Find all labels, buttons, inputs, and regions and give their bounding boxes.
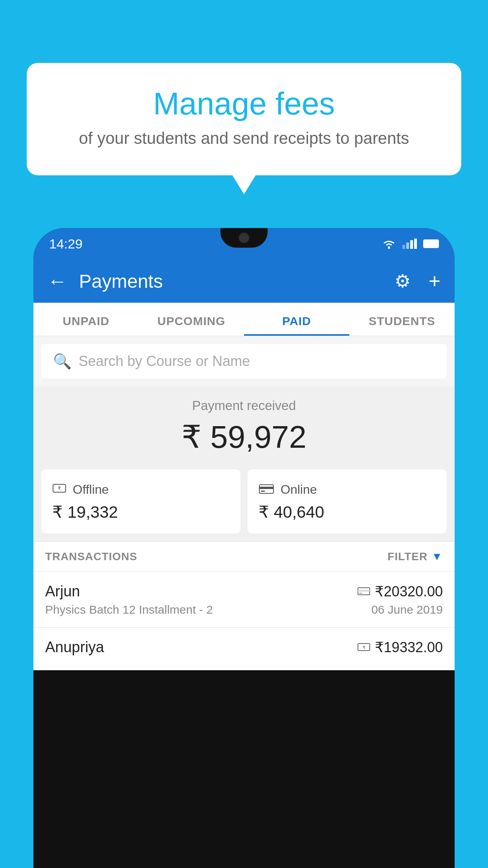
status-time: 14:29 bbox=[49, 236, 83, 252]
rupee-note-icon: ₹ bbox=[52, 482, 66, 494]
payment-received-section: Payment received ₹ 59,972 bbox=[33, 386, 455, 469]
svg-rect-5 bbox=[261, 491, 265, 492]
filter-text: FILTER bbox=[387, 550, 427, 563]
card-payment-icon bbox=[259, 481, 274, 498]
transaction-bottom-1: Physics Batch 12 Installment - 2 06 June… bbox=[45, 603, 443, 616]
table-row[interactable]: Anupriya ₹ ₹19332.00 bbox=[33, 628, 455, 670]
phone-camera bbox=[238, 232, 250, 243]
search-placeholder: Search by Course or Name bbox=[79, 353, 250, 370]
status-icons bbox=[382, 238, 439, 249]
filter-icon: ▼ bbox=[431, 550, 443, 563]
offline-icon: ₹ bbox=[52, 481, 66, 498]
gear-icon[interactable]: ⚙ bbox=[394, 270, 411, 292]
battery-icon bbox=[423, 239, 439, 248]
transaction-course-1: Physics Batch 12 Installment - 2 bbox=[45, 603, 213, 616]
bubble-subtitle: of your students and send receipts to pa… bbox=[50, 129, 438, 148]
tabs-bar: UNPAID UPCOMING PAID STUDENTS bbox=[33, 303, 455, 336]
payment-received-label: Payment received bbox=[41, 398, 447, 413]
card-icon-2: ₹ bbox=[358, 641, 370, 654]
transaction-amount-2: ₹ ₹19332.00 bbox=[358, 639, 443, 656]
speech-bubble: Manage fees of your students and send re… bbox=[27, 63, 461, 175]
card-icon-1 bbox=[358, 585, 370, 598]
phone-content: 🔍 Search by Course or Name Payment recei… bbox=[33, 336, 455, 670]
tab-upcoming[interactable]: UPCOMING bbox=[139, 303, 244, 336]
offline-label: Offline bbox=[73, 482, 109, 497]
wifi-icon bbox=[382, 238, 396, 249]
transaction-top-2: Anupriya ₹ ₹19332.00 bbox=[45, 639, 443, 656]
transaction-date-1: 06 June 2019 bbox=[371, 603, 443, 616]
transaction-name-2: Anupriya bbox=[45, 639, 104, 656]
transactions-label: TRANSACTIONS bbox=[45, 550, 137, 563]
tab-unpaid[interactable]: UNPAID bbox=[33, 303, 139, 336]
svg-point-0 bbox=[388, 246, 390, 249]
phone-notch bbox=[220, 228, 268, 248]
transaction-name-1: Arjun bbox=[45, 583, 80, 600]
transaction-top-1: Arjun ₹20320.00 bbox=[45, 583, 443, 600]
search-bar[interactable]: 🔍 Search by Course or Name bbox=[41, 344, 447, 379]
search-icon: 🔍 bbox=[53, 353, 72, 370]
svg-text:₹: ₹ bbox=[58, 485, 61, 491]
app-bar-title: Payments bbox=[79, 270, 383, 292]
filter-button[interactable]: FILTER ▼ bbox=[387, 550, 443, 563]
online-amount: ₹ 40,640 bbox=[259, 502, 436, 522]
online-card-header: Online bbox=[259, 481, 436, 498]
svg-rect-8 bbox=[359, 593, 362, 594]
phone-frame: 14:29 ← Payments ⚙ bbox=[33, 228, 455, 868]
back-button[interactable]: ← bbox=[48, 270, 67, 292]
online-label: Online bbox=[281, 482, 317, 497]
offline-card: ₹ Offline ₹ 19,332 bbox=[41, 469, 240, 533]
offline-card-header: ₹ Offline bbox=[52, 481, 229, 498]
add-button[interactable]: + bbox=[429, 269, 440, 293]
status-bar: 14:29 bbox=[33, 228, 455, 259]
payment-card-icon-1 bbox=[358, 587, 370, 596]
svg-rect-4 bbox=[259, 487, 273, 489]
transaction-amount-1: ₹20320.00 bbox=[358, 583, 443, 600]
offline-amount: ₹ 19,332 bbox=[52, 502, 229, 522]
signal-icon bbox=[402, 239, 417, 249]
svg-rect-7 bbox=[358, 590, 370, 592]
payment-received-amount: ₹ 59,972 bbox=[41, 419, 447, 455]
credit-card-icon bbox=[259, 483, 274, 494]
svg-text:₹: ₹ bbox=[362, 645, 365, 650]
transactions-header: TRANSACTIONS FILTER ▼ bbox=[33, 541, 455, 572]
tab-paid[interactable]: PAID bbox=[244, 303, 349, 336]
payment-offline-icon-2: ₹ bbox=[358, 643, 370, 651]
tab-students[interactable]: STUDENTS bbox=[349, 303, 455, 336]
online-card: Online ₹ 40,640 bbox=[248, 469, 447, 533]
payment-cards-row: ₹ Offline ₹ 19,332 Onli bbox=[33, 469, 455, 541]
app-bar: ← Payments ⚙ + bbox=[33, 259, 455, 303]
table-row[interactable]: Arjun ₹20320.00 Physics Batch 12 Install… bbox=[33, 572, 455, 628]
bubble-title: Manage fees bbox=[50, 86, 438, 121]
